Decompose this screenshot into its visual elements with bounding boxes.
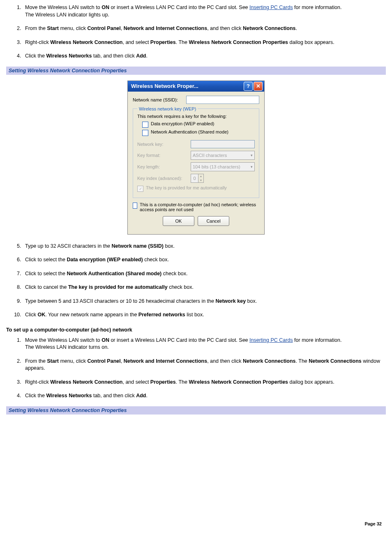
label-key-format: Key format:	[137, 153, 191, 158]
bold: Control Panel	[87, 358, 120, 364]
bold: Wireless Network Connection Properties	[189, 39, 288, 45]
text: for more information.	[293, 337, 342, 343]
step-c3: Right-click Wireless Network Connection,…	[23, 379, 386, 386]
steps-list-b: Type up to 32 ASCII characters in the Ne…	[6, 243, 386, 319]
step-c2: From the Start menu, click Control Panel…	[23, 358, 386, 372]
bold: Add	[136, 53, 146, 59]
bold: Data encryption (WEP enabled)	[67, 257, 143, 263]
text: Click to cancel the	[25, 284, 68, 290]
text: Type between 5 and 13 ASCII characters o…	[25, 298, 215, 304]
text: The Wireless LAN indicator turns on.	[25, 344, 109, 350]
bold: Network and Internet Connections	[124, 358, 208, 364]
dialog-titlebar: Wireless Network Proper... ? ✕	[128, 81, 264, 92]
text: From the	[25, 358, 47, 364]
step-a1: Move the Wireless LAN switch to ON or in…	[23, 4, 386, 18]
key-index-spinner: 0 ▲▼	[191, 174, 204, 183]
text: check box.	[143, 257, 169, 263]
link-inserting-pc-cards[interactable]: Inserting PC Cards	[249, 5, 293, 10]
text: Click	[25, 312, 38, 318]
text: .	[146, 393, 147, 398]
label-key-length: Key length:	[137, 164, 191, 169]
text: menu, click	[59, 358, 87, 364]
wep-intro: This network requires a key for the foll…	[137, 114, 255, 119]
bold: Network and Internet Connections	[124, 25, 208, 31]
bold: Preferred networks	[138, 312, 185, 318]
step-b9: Type between 5 and 13 ASCII characters o…	[23, 298, 386, 305]
ssid-input[interactable]	[186, 96, 259, 104]
text: Right-click	[25, 39, 50, 45]
ssid-label: Network name (SSID):	[133, 97, 186, 102]
label-data-encryption: Data encryption (WEP enabled)	[151, 121, 214, 126]
text: or insert a Wireless LAN PC Card into th…	[109, 337, 249, 343]
text: Type up to 32 ASCII characters in the	[25, 243, 112, 249]
close-button[interactable]: ✕	[254, 82, 263, 91]
figure-dialog: Wireless Network Proper... ? ✕ Network n…	[6, 75, 386, 243]
text: or insert a Wireless LAN PC Card into th…	[109, 5, 249, 10]
step-b10: Click OK. Your new network name appears …	[23, 311, 386, 319]
text: The Wireless LAN indicator lights up.	[25, 12, 109, 18]
text: dailog box appears.	[288, 379, 334, 385]
text: Click to select the	[25, 257, 67, 263]
cancel-button[interactable]: Cancel	[198, 216, 229, 226]
bold: Properties	[150, 39, 176, 45]
label-auto-key: The key is provided for me automatically	[146, 185, 227, 190]
text: Move the Wireless LAN switch to	[25, 5, 101, 10]
text: ,	[121, 358, 124, 364]
dialog-body: Network name (SSID): Wireless network ke…	[128, 92, 264, 234]
spinner-up-icon: ▲	[198, 174, 203, 178]
steps-list-c: Move the Wireless LAN switch to ON or in…	[6, 337, 386, 400]
step-a3: Right-click Wireless Network Connection,…	[23, 39, 386, 46]
checkbox-auto-key: ✓	[137, 186, 143, 192]
text: , and select	[122, 379, 150, 385]
ok-button[interactable]: OK	[163, 216, 194, 226]
text: . The	[296, 358, 309, 364]
link-inserting-pc-cards[interactable]: Inserting PC Cards	[249, 337, 293, 343]
step-b5: Type up to 32 ASCII characters in the Ne…	[23, 243, 386, 250]
text: menu, click	[59, 25, 87, 31]
chevron-down-icon: ▾	[251, 153, 253, 157]
bold: Wireless Network Connection	[50, 39, 122, 45]
text: check box.	[161, 271, 187, 276]
steps-list-a: Move the Wireless LAN switch to ON or in…	[6, 4, 386, 60]
label-adhoc: This is a computer-to-computer (ad hoc) …	[140, 202, 259, 212]
figure-caption-1: Setting Wireless Network Connection Prop…	[6, 67, 386, 75]
text: list box.	[185, 312, 204, 318]
checkbox-network-auth[interactable]	[142, 130, 148, 136]
text: tab, and then click	[92, 53, 136, 59]
text: . Your new network name appears in the	[45, 312, 138, 318]
key-format-value: ASCII characters	[193, 153, 227, 158]
text: tab, and then click	[92, 393, 136, 398]
key-format-select: ASCII characters ▾	[191, 151, 255, 160]
step-b8: Click to cancel the The key is provided …	[23, 284, 386, 291]
text: Right-click	[25, 379, 50, 385]
figure-caption-2: Setting Wireless Network Connection Prop…	[6, 406, 386, 415]
wep-group: Wireless network key (WEP) This network …	[133, 106, 259, 198]
checkbox-data-encryption[interactable]	[142, 122, 148, 128]
step-b6: Click to select the Data encryption (WEP…	[23, 256, 386, 264]
label-network-key: Network key:	[137, 142, 191, 147]
text: .	[146, 53, 147, 59]
wep-legend: Wireless network key (WEP)	[137, 106, 198, 111]
spinner-down-icon: ▼	[198, 178, 203, 182]
bold: Start	[47, 358, 59, 364]
step-b7: Click to select the Network Authenticati…	[23, 270, 386, 278]
text: ,	[121, 25, 124, 31]
bold: Network Connections	[243, 25, 296, 31]
bold: Wireless Networks	[46, 393, 92, 398]
bold: ON	[101, 5, 109, 10]
text: Click the	[25, 53, 46, 59]
bold: Wireless Network Connection	[50, 379, 122, 385]
step-c4: Click the Wireless Networks tab, and the…	[23, 392, 386, 400]
text: dailog box appears.	[288, 39, 334, 45]
key-index-value: 0	[191, 174, 198, 182]
checkbox-adhoc[interactable]	[133, 203, 137, 209]
text: , and then click	[207, 358, 243, 364]
bold: Wireless Networks	[46, 53, 92, 59]
step-a2: From the Start menu, click Control Panel…	[23, 25, 386, 32]
subheading-adhoc: To set up a computer-to-computer (ad-hoc…	[6, 327, 386, 333]
help-button[interactable]: ?	[244, 82, 253, 91]
bold: OK	[38, 312, 46, 318]
text: Click to select the	[25, 271, 67, 276]
bold: ON	[101, 337, 109, 343]
page-number: Page 32	[6, 521, 386, 526]
